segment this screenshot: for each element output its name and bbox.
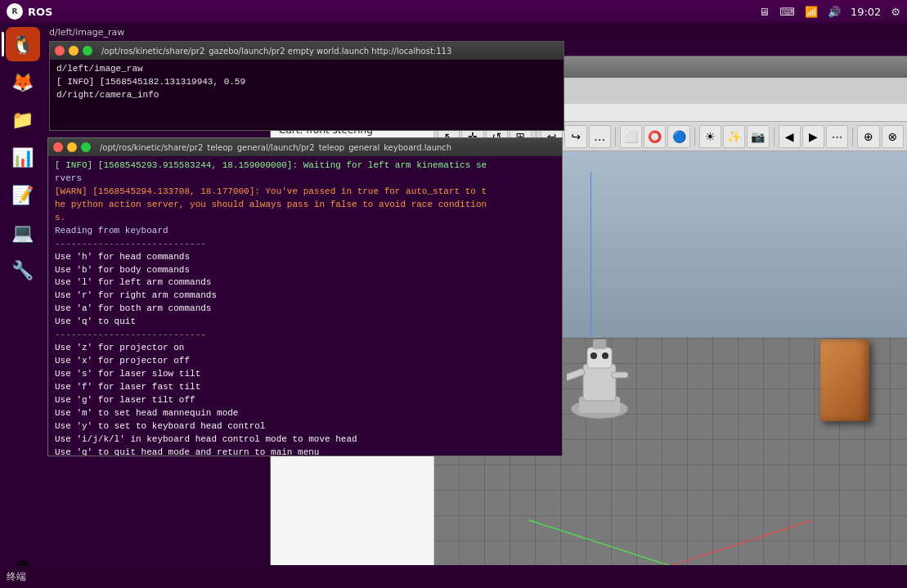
svg-rect-6 bbox=[567, 368, 586, 381]
terminal2-line-12: Use 'q' to quit bbox=[55, 316, 555, 329]
terminal2-titlebar: /opt/ros/kinetic/share/pr2_teleop_genera… bbox=[48, 138, 562, 156]
svg-point-4 bbox=[590, 352, 597, 359]
terminal2-line-22: Use 'q' to quit head mode and return to … bbox=[55, 447, 555, 456]
effects-btn[interactable]: ✨ bbox=[723, 125, 745, 148]
terminal2-line-18: Use 'g' for laser tilt off bbox=[55, 394, 555, 407]
maximize-button-t2[interactable] bbox=[81, 142, 91, 152]
files-icon: 📁 bbox=[11, 110, 34, 130]
nav3-btn[interactable]: ⋯ bbox=[826, 125, 848, 148]
top-menubar: R ROS 🖥 ⌨ 📶 🔊 19:02 ⚙ bbox=[0, 0, 907, 23]
svg-rect-3 bbox=[587, 348, 612, 368]
terminal2-line-0: [ INFO] [1568545293.915583244, 18.159000… bbox=[55, 159, 555, 173]
terminal2-line-6: ---------------------------- bbox=[55, 238, 555, 251]
taskbar-item-files[interactable]: 📁 bbox=[6, 102, 40, 137]
toolbar-separator-4 bbox=[774, 128, 775, 146]
terminal2-line-5: Reading from keyboard bbox=[55, 225, 555, 238]
taskbar: 🐧 🦊 📁 📊 📝 💻 🔧 🗑 bbox=[0, 23, 45, 588]
terminal2-line-8: Use 'b' for body commands bbox=[55, 264, 555, 277]
toolbar-separator-3 bbox=[694, 128, 695, 146]
terminal2-body[interactable]: [ INFO] [1568545293.915583244, 18.159000… bbox=[48, 156, 562, 456]
top-bar-title: ROS bbox=[28, 6, 759, 18]
bottom-taskbar: 终端 bbox=[0, 565, 907, 588]
network-icon: 📶 bbox=[805, 6, 818, 18]
volume-icon: 🔊 bbox=[828, 6, 841, 18]
terminal2-line-7: Use 'h' for head commands bbox=[55, 251, 555, 264]
taskbar-item-spreadsheet[interactable]: 📊 bbox=[6, 140, 40, 174]
top-bar-right: 🖥 ⌨ 📶 🔊 19:02 ⚙ bbox=[759, 6, 900, 18]
terminal1-line1: d/left/image_raw bbox=[56, 63, 557, 76]
sphere-btn[interactable]: ⭕ bbox=[644, 125, 666, 148]
spreadsheet-icon: 📊 bbox=[11, 147, 34, 168]
settings-icon[interactable]: ⚙ bbox=[891, 6, 900, 18]
toolbar-separator-5 bbox=[852, 128, 853, 146]
terminal-window-2: /opt/ros/kinetic/share/pr2_teleop_genera… bbox=[47, 137, 563, 456]
svg-rect-2 bbox=[583, 364, 616, 401]
firefox-icon: 🦊 bbox=[11, 72, 34, 92]
screen-icon: 🖥 bbox=[759, 6, 770, 18]
robot-model bbox=[567, 323, 632, 421]
minimize-button-t2[interactable] bbox=[67, 142, 77, 152]
ubuntu-icon: 🐧 bbox=[11, 34, 34, 55]
taskbar-item-settings[interactable]: 🔧 bbox=[6, 253, 40, 287]
extra1-btn[interactable]: ⊕ bbox=[857, 125, 879, 148]
terminal2-line-3: he python action server, you should alwa… bbox=[55, 199, 555, 212]
terminal1-line2: [ INFO] [1568545182.131319943, 0.59 bbox=[56, 76, 557, 89]
close-button-t1[interactable] bbox=[55, 46, 65, 56]
svg-point-5 bbox=[602, 352, 608, 359]
terminal2-path: /opt/ros/kinetic/share/pr2_teleop_genera… bbox=[100, 143, 557, 152]
axis-line bbox=[590, 172, 591, 338]
close-button-t2[interactable] bbox=[53, 142, 63, 152]
cylinder-btn[interactable]: 🔵 bbox=[667, 125, 689, 148]
terminal2-line-4: s. bbox=[55, 212, 555, 225]
terminal2-line-14: Use 'z' for projector on bbox=[55, 342, 555, 355]
more-btn[interactable]: … bbox=[589, 125, 611, 148]
terminal1-titlebar: /opt/ros/kinetic/share/pr2_gazebo/launch… bbox=[50, 42, 564, 60]
terminal2-line-17: Use 'f' for laser fast tilt bbox=[55, 381, 555, 394]
taskbar-item-texteditor[interactable]: 📝 bbox=[6, 177, 40, 212]
settings-taskbar-icon: 🔧 bbox=[11, 260, 34, 281]
sysbar: d/left/image_raw bbox=[0, 23, 907, 41]
minimize-button-t1[interactable] bbox=[69, 46, 79, 56]
terminal2-line-16: Use 's' for laser slow tilt bbox=[55, 368, 555, 381]
redo-btn[interactable]: ↪ bbox=[564, 125, 586, 148]
terminal2-line-15: Use 'x' for projector off bbox=[55, 355, 555, 368]
ros-logo: R bbox=[7, 3, 23, 20]
taskbar-item-terminal[interactable]: 💻 bbox=[6, 215, 40, 249]
terminal2-line-1: rvers bbox=[55, 173, 555, 186]
terminal-window-1: /opt/ros/kinetic/share/pr2_gazebo/launch… bbox=[49, 41, 564, 131]
top-bar-time: 19:02 bbox=[851, 6, 881, 18]
nav1-btn[interactable]: ◀ bbox=[779, 125, 801, 148]
terminal1-path: /opt/ros/kinetic/share/pr2_gazebo/launch… bbox=[101, 47, 559, 56]
maximize-button-t1[interactable] bbox=[83, 46, 92, 56]
box-object bbox=[820, 339, 869, 421]
taskbar-item-ubuntu[interactable]: 🐧 bbox=[6, 27, 40, 61]
terminal2-line-19: Use 'm' to set head mannequin mode bbox=[55, 407, 555, 420]
terminal2-line-9: Use 'l' for left arm commands bbox=[55, 276, 555, 290]
terminal1-body[interactable]: d/left/image_raw [ INFO] [1568545182.131… bbox=[50, 60, 564, 130]
terminal2-line-13: ---------------------------- bbox=[55, 329, 555, 342]
sysbar-text: d/left/image_raw bbox=[49, 27, 124, 38]
svg-rect-7 bbox=[612, 372, 628, 378]
terminal2-line-21: Use 'i/j/k/l' in keyboard head control m… bbox=[55, 433, 555, 447]
toolbar-separator-2 bbox=[615, 128, 616, 146]
terminal2-line-20: Use 'y' to set to keyboard head control bbox=[55, 420, 555, 433]
taskbar-item-firefox[interactable]: 🦊 bbox=[6, 65, 40, 99]
terminal2-line-11: Use 'a' for both arm commands bbox=[55, 303, 555, 316]
bottom-text: 终端 bbox=[7, 570, 26, 584]
texteditor-icon: 📝 bbox=[11, 185, 34, 205]
svg-rect-8 bbox=[593, 339, 606, 349]
extra2-btn[interactable]: ⊗ bbox=[882, 125, 904, 148]
nav2-btn[interactable]: ▶ bbox=[802, 125, 824, 148]
terminal2-line-10: Use 'r' for right arm commands bbox=[55, 290, 555, 303]
terminal2-line-2: [WARN] [1568545294.133708, 18.177000]: Y… bbox=[55, 186, 555, 199]
screenshot-btn[interactable]: 📷 bbox=[747, 125, 769, 148]
keyboard-icon: ⌨ bbox=[779, 6, 795, 18]
terminal-icon: 💻 bbox=[11, 222, 34, 243]
box-btn[interactable]: ⬜ bbox=[620, 125, 642, 148]
sun-btn[interactable]: ☀ bbox=[699, 125, 721, 148]
terminal1-line3: d/right/camera_info bbox=[56, 89, 557, 102]
